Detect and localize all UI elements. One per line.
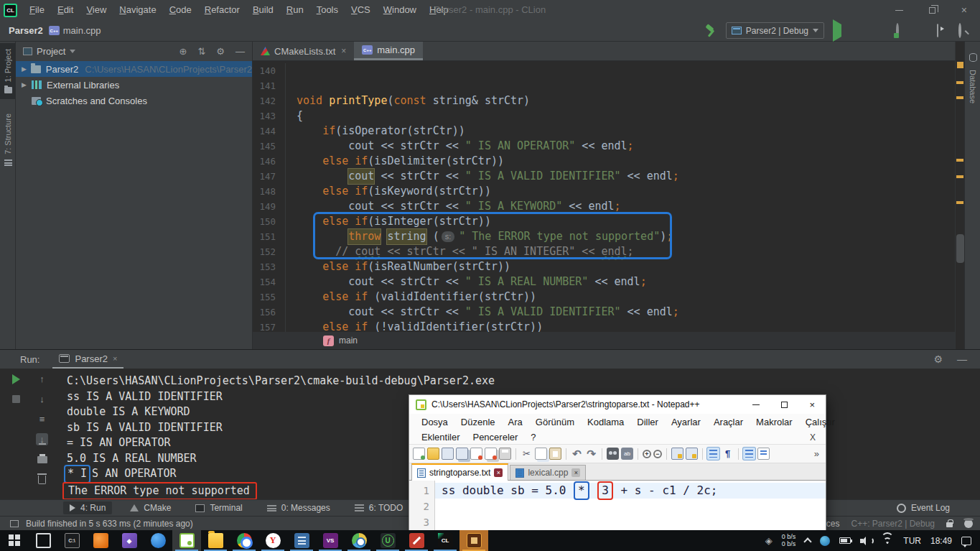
tool-window-button-cmake[interactable]: CMake [123,501,177,514]
taskbar-purple-ide[interactable]: ◆ [115,530,144,551]
scrollbar-thumb[interactable] [956,234,964,263]
warning-mark[interactable] [956,159,963,162]
search-icon[interactable] [958,24,970,37]
show-all-chars-icon[interactable] [722,448,734,460]
copy-icon[interactable] [535,448,547,460]
clear-icon[interactable] [36,473,48,486]
npp-text-line[interactable]: ss double sb = 5.0 * 3 + s - c1 / 2c; [435,483,826,499]
taskbar-flashing-app[interactable] [459,530,488,551]
menu-item-navigate[interactable]: Navigate [113,0,162,20]
npp-text-area[interactable]: ss double sb = 5.0 * 3 + s - c1 / 2c; [435,481,826,532]
npp-menu-makrolar[interactable]: Makrolar [750,417,799,427]
breadcrumb-function[interactable]: main [339,335,358,346]
notifications-icon[interactable] [961,537,971,545]
hector-highlighting-icon[interactable] [964,519,973,528]
locate-icon[interactable]: ⊕ [179,46,187,57]
settings-gear-icon[interactable]: ⚙ [216,46,225,57]
monitor-sync-2-icon[interactable] [686,448,698,460]
code-line[interactable]: 155 else if (validIdentifier(strCtr)) [253,290,955,305]
wifi-icon[interactable] [881,536,894,545]
open-icon[interactable] [427,448,439,460]
taskbar-cmd[interactable]: C:\ [57,530,86,551]
warning-mark[interactable] [956,96,963,99]
tool-window-button-6-todo[interactable]: 6: TODO [348,501,410,514]
taskbar-start[interactable] [0,530,29,551]
tree-item-parser2[interactable]: ▶Parser2C:\Users\HASAN\CLionProjects\Par… [16,61,252,77]
coverage-icon[interactable] [874,24,887,37]
taskbar-file-explorer[interactable] [201,530,230,551]
menu-item-help[interactable]: Help [423,0,455,20]
close-icon[interactable]: × [961,0,967,20]
npp-menu-grnm[interactable]: Görünüm [529,417,581,427]
editor-tab-cmakelists-txt[interactable]: CMakeLists.txt× [253,42,354,60]
undo-icon[interactable] [571,448,583,460]
npp-text-line[interactable] [435,499,826,514]
npp-menu-ara[interactable]: Ara [502,417,529,427]
taskbar-blue-app[interactable] [144,530,172,551]
breadcrumb-file[interactable]: main.cpp [63,25,101,36]
npp-menu-diller[interactable]: Diller [630,417,665,427]
up-stack-icon[interactable]: ↑ [36,373,48,385]
close-all-icon[interactable] [485,448,497,460]
soft-wrap-icon[interactable]: ≡ [36,413,48,425]
language-indicator[interactable]: TUR [903,536,921,546]
find-icon[interactable] [607,448,619,460]
maximize-icon[interactable] [929,7,935,14]
npp-editor[interactable]: 123 ss double sb = 5.0 * 3 + s - c1 / 2c… [409,481,826,532]
chevron-down-icon[interactable] [70,50,75,53]
cut-icon[interactable] [521,448,533,460]
settings-gear-icon[interactable]: ⚙ [933,353,943,365]
run-tab-parser2[interactable]: Parser2 × [52,350,123,369]
menu-item-window[interactable]: Window [377,0,423,20]
menu-item-vcs[interactable]: VCS [345,0,377,20]
taskbar-yandex-browser[interactable]: Y [258,530,287,551]
rerun-icon[interactable] [10,373,22,385]
npp-menu-eklentiler[interactable]: Eklentiler [415,432,466,443]
code-line[interactable]: 148 else if(isKeyword(strCtr)) [253,184,955,199]
inspection-indicator[interactable] [957,62,963,68]
code-line[interactable]: 147 cout << strCtr << " IS A VALID IDENT… [253,169,955,184]
code-line[interactable]: 145 cout << strCtr << " IS AN OPERATOR" … [253,139,955,154]
indent-guides-icon[interactable] [743,448,755,460]
close-icon[interactable]: × [571,468,580,477]
tool-window-button-0-messages[interactable]: 0: Messages [261,501,337,514]
breadcrumb-project[interactable]: Parser2 [9,25,43,36]
code-line[interactable]: 141 [253,78,955,93]
code-line[interactable]: 152 // cout << strCtr << " IS AN INTEGER… [253,244,955,259]
print-icon[interactable] [36,453,48,466]
npp-menu-aralar[interactable]: Araçlar [707,417,750,427]
new-file-icon[interactable] [413,448,425,460]
taskbar-clion[interactable]: CL [431,530,459,551]
code-editor[interactable]: 140141142void printType(const string& st… [253,61,955,335]
code-line[interactable]: 156 cout << strCtr << " IS A VALID IDENT… [253,305,955,320]
config-indicator[interactable]: C++: Parser2 | Debug [851,519,935,529]
tool-button-database[interactable]: Database [965,43,980,109]
menu-item-tools[interactable]: Tools [310,0,345,20]
taskbar-chrome-beta[interactable] [345,530,373,551]
word-wrap-icon[interactable] [707,448,719,460]
paste-icon[interactable] [549,448,561,460]
profiler-icon[interactable] [895,24,907,37]
menu-item-code[interactable]: Code [163,0,198,20]
zoom-out-icon[interactable]: − [653,450,662,458]
code-line[interactable]: 144 if(isOperator(strCtr)) [253,124,955,139]
tree-item-external-libraries[interactable]: ▶External Libraries [16,77,252,93]
replace-icon[interactable] [621,448,633,460]
taskbar-red-editor[interactable] [402,530,431,551]
toggle-stripe-icon[interactable] [10,520,19,527]
code-line[interactable]: 153 else if(isRealNumber(strCtr)) [253,259,955,274]
close-icon[interactable] [470,448,482,460]
tool-window-button-4-run[interactable]: 4: Run [63,501,112,514]
net-monitor-icon[interactable]: ◈ [765,535,773,546]
menu-item-refactor[interactable]: Refactor [198,0,246,20]
project-panel-title[interactable]: Project [37,46,65,57]
editor-error-stripe[interactable] [955,42,964,349]
down-stack-icon[interactable]: ↓ [36,393,48,405]
save-all-icon[interactable] [456,448,468,460]
npp-menu-kodlama[interactable]: Kodlama [581,417,630,427]
code-line[interactable]: 142void printType(const string& strCtr) [253,93,955,108]
warning-mark[interactable] [956,175,963,178]
taskbar-visual-studio[interactable]: VS [316,530,345,551]
save-icon[interactable] [442,448,454,460]
maximize-icon[interactable] [781,402,788,408]
